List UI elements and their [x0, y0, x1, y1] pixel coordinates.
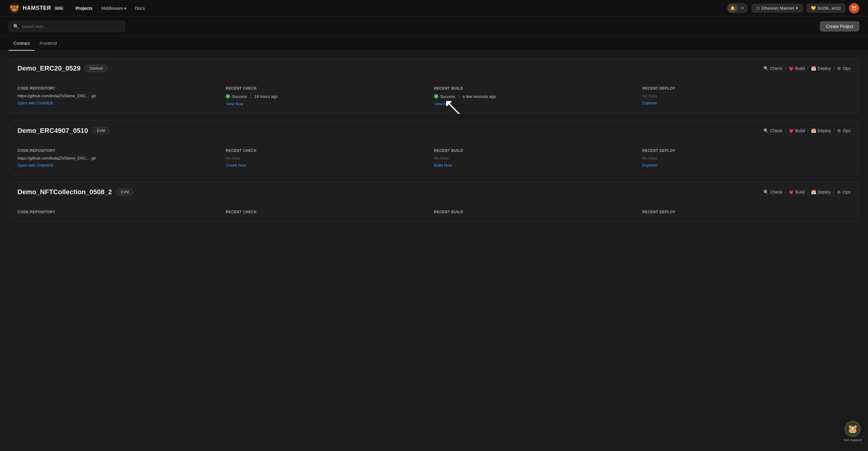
- section-deploy-2: Recent Deploy No Data Explorer: [642, 149, 850, 168]
- sub-header: 🔍 Create Project: [0, 17, 868, 36]
- svg-point-6: [13, 9, 16, 10]
- card-actions-3: 🔍 Check / 💗 Build / 📅 Deploy / ⚙ Ops: [764, 190, 850, 194]
- card-actions-1: 🔍 Check / 💗 Build / 📅 Deploy / ⚙ Ops: [764, 66, 850, 71]
- section-title-build-3: Recent Build: [434, 210, 635, 214]
- explorer-1[interactable]: Explorer: [642, 101, 657, 105]
- status-text-check-1: Success: [232, 94, 247, 99]
- repo-url-2: https://github.com/lindaZX/Demo_ERC... .…: [18, 156, 218, 160]
- deploy-action-1[interactable]: 📅 Deploy: [811, 66, 831, 71]
- explorer-2[interactable]: Explorer: [642, 163, 657, 168]
- status-row-check-1: Success | 19 hours ago: [226, 94, 427, 99]
- build-action-2[interactable]: 💗 Build: [788, 128, 805, 133]
- view-now-check-1[interactable]: View Now: [226, 101, 244, 106]
- section-build-1: Recent Build Success | a few seconds ago…: [434, 86, 642, 107]
- deploy-icon: 📅: [811, 66, 816, 71]
- svg-point-7: [10, 5, 12, 8]
- tab-frontend[interactable]: Frontend: [35, 36, 62, 51]
- nav-right: 🔔 ☀ ⬡ Ethereum Mainnet ▾ 💛 0x156...e010 …: [726, 3, 860, 13]
- main-content: Demo_ERC20_0529 Starknet 🔍 Check / 💗 Bui…: [0, 51, 868, 230]
- section-title-check-2: Recent Check: [226, 149, 427, 153]
- section-repo-3: Code Repository: [18, 210, 226, 217]
- check-action-1[interactable]: 🔍 Check: [764, 66, 782, 71]
- check-action-2[interactable]: 🔍 Check: [764, 128, 782, 133]
- open-chainide-2[interactable]: Open with ChainIDE: [18, 163, 54, 168]
- ops-action-2[interactable]: ⚙ Ops: [837, 128, 850, 133]
- build-now-2[interactable]: Build Now: [434, 163, 452, 168]
- build-icon: 💗: [788, 66, 794, 71]
- repo-url-1: https://github.com/lindaZX/Demo_ERC... .…: [18, 94, 218, 98]
- section-check-2: Recent Check No Data Check Now: [226, 149, 434, 168]
- build-action-3[interactable]: 💗 Build: [788, 190, 805, 194]
- search-input[interactable]: [22, 24, 121, 29]
- avatar[interactable]: 🐱: [849, 3, 860, 13]
- card-body-wrapper-1: Code Repository https://github.com/linda…: [9, 79, 859, 114]
- theme-toggles: 🔔 ☀: [726, 3, 748, 13]
- build-icon-3: 💗: [788, 190, 794, 194]
- search-box: 🔍: [8, 21, 125, 32]
- logo-icon: [8, 2, 20, 14]
- ops-action-3[interactable]: ⚙ Ops: [837, 190, 850, 194]
- section-repo-1: Code Repository https://github.com/linda…: [18, 86, 226, 107]
- status-dot-build-1: [434, 94, 438, 98]
- svg-point-8: [16, 5, 19, 8]
- svg-point-4: [12, 7, 13, 8]
- nav-docs[interactable]: Docs: [135, 6, 145, 11]
- nav-links: Projects Middleware ▾ Docs: [76, 6, 717, 11]
- check-action-3[interactable]: 🔍 Check: [764, 190, 782, 194]
- section-deploy-1: Recent Deploy No Data Explorer: [642, 86, 850, 107]
- section-title-repo-1: Code Repository: [18, 86, 218, 91]
- ops-icon-3: ⚙: [837, 190, 841, 194]
- no-data-deploy-2: No Data: [642, 156, 843, 160]
- logo[interactable]: HAMSTER alpha: [8, 2, 63, 14]
- section-repo-2: Code Repository https://github.com/linda…: [18, 149, 226, 168]
- section-title-deploy-1: Recent Deploy: [642, 86, 843, 91]
- create-project-button[interactable]: Create Project: [820, 21, 860, 32]
- time-build-1: a few seconds ago: [463, 94, 496, 99]
- network-icon: ⬡: [756, 6, 760, 10]
- project-name-2: Demo_ERC4907_0510: [18, 127, 88, 135]
- deploy-action-3[interactable]: 📅 Deploy: [811, 190, 831, 194]
- section-deploy-3: Recent Deploy: [642, 210, 850, 217]
- no-data-check-2: No Data: [226, 156, 427, 160]
- section-check-3: Recent Check: [226, 210, 434, 217]
- nav-middleware[interactable]: Middleware ▾: [101, 6, 127, 11]
- section-title-check-3: Recent Check: [226, 210, 427, 214]
- deploy-action-2[interactable]: 📅 Deploy: [811, 128, 831, 133]
- open-chainide-1[interactable]: Open with ChainIDE: [18, 101, 54, 105]
- navbar: HAMSTER alpha Projects Middleware ▾ Docs…: [0, 0, 868, 17]
- network-label: Ethereum Mainnet: [762, 6, 794, 10]
- support-label: Get Support: [844, 438, 862, 442]
- section-title-check-1: Recent Check: [226, 86, 427, 91]
- theme-light-btn[interactable]: ☀: [738, 4, 747, 12]
- ops-action-1[interactable]: ⚙ Ops: [837, 66, 850, 71]
- svg-line-10: [450, 104, 466, 114]
- tab-contract[interactable]: Contract: [8, 36, 35, 51]
- wallet-button[interactable]: 💛 0x156...e010: [806, 4, 845, 12]
- notification-btn[interactable]: 🔔: [728, 4, 738, 12]
- deploy-icon-2: 📅: [811, 128, 816, 133]
- project-card-1: Demo_ERC20_0529 Starknet 🔍 Check / 💗 Bui…: [8, 58, 860, 114]
- sep-2: /: [807, 66, 808, 71]
- check-icon-2: 🔍: [764, 128, 769, 133]
- section-build-3: Recent Build: [434, 210, 642, 217]
- network-selector[interactable]: ⬡ Ethereum Mainnet ▾: [752, 4, 803, 12]
- check-now-2[interactable]: Check Now: [226, 163, 246, 168]
- time-check-1: 19 hours ago: [254, 94, 278, 99]
- section-title-deploy-3: Recent Deploy: [642, 210, 843, 214]
- ops-icon: ⚙: [837, 66, 841, 71]
- section-title-deploy-2: Recent Deploy: [642, 149, 843, 153]
- section-check-1: Recent Check Success | 19 hours ago View…: [226, 86, 434, 107]
- build-action-1[interactable]: 💗 Build: [788, 66, 805, 71]
- chain-badge-2: EVM: [92, 127, 110, 134]
- section-title-repo-3: Code Repository: [18, 210, 218, 214]
- check-icon-3: 🔍: [764, 190, 769, 194]
- wallet-icon: 💛: [811, 6, 816, 10]
- no-data-deploy-1: No Data: [642, 94, 843, 98]
- chevron-down-icon: ▾: [796, 6, 798, 10]
- support-widget[interactable]: 🐹 Get Support: [844, 421, 862, 442]
- card-body-2: Code Repository https://github.com/linda…: [9, 141, 859, 175]
- sep-3: /: [833, 66, 835, 71]
- nav-projects[interactable]: Projects: [76, 6, 93, 11]
- alpha-badge: alpha: [54, 6, 63, 10]
- status-row-build-1: Success | a few seconds ago: [434, 94, 635, 99]
